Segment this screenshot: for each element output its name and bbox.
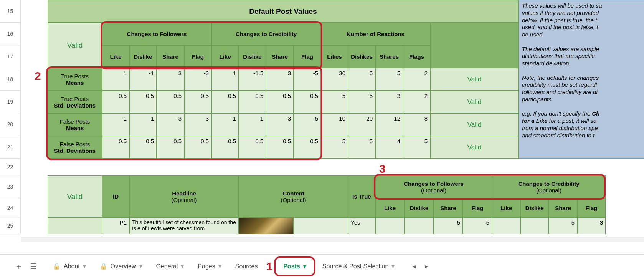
row-num[interactable]: 25 bbox=[0, 217, 21, 234]
valid-header-2: Valid bbox=[48, 175, 102, 217]
row25-id[interactable]: P1 bbox=[102, 217, 129, 234]
cell[interactable]: -1.5 bbox=[239, 68, 266, 91]
row25-f-like[interactable] bbox=[375, 217, 405, 234]
col-c-dislike: Dislike bbox=[239, 45, 266, 68]
t: distributions that are specifie bbox=[522, 53, 595, 59]
row25-istrue[interactable]: Yes bbox=[348, 217, 375, 234]
all-sheets-icon[interactable]: ☰ bbox=[30, 262, 37, 271]
cell[interactable]: -1 bbox=[211, 113, 239, 136]
row25-f-share[interactable]: 5 bbox=[434, 217, 463, 234]
lock-icon: 🔒 bbox=[100, 263, 107, 270]
cell[interactable]: 5 bbox=[348, 136, 375, 159]
cell[interactable]: 0.5 bbox=[102, 136, 129, 159]
cell[interactable]: 2 bbox=[403, 68, 430, 91]
cell[interactable]: 3 bbox=[375, 91, 403, 113]
cell[interactable]: 0.5 bbox=[129, 91, 157, 113]
row-num[interactable]: 21 bbox=[0, 136, 21, 159]
cell[interactable]: 5 bbox=[403, 136, 430, 159]
cell[interactable]: 0.5 bbox=[266, 91, 294, 113]
cell[interactable]: 0.5 bbox=[239, 136, 266, 159]
cell[interactable]: 1 bbox=[211, 68, 239, 91]
cell[interactable]: 3 bbox=[266, 68, 294, 91]
row25-f-dislike[interactable] bbox=[405, 217, 434, 234]
add-sheet-icon[interactable]: ＋ bbox=[15, 261, 23, 272]
cell[interactable]: 0.5 bbox=[294, 91, 321, 113]
row25-content-image[interactable] bbox=[239, 217, 294, 234]
cell[interactable]: 3 bbox=[184, 113, 211, 136]
row25-c-flag[interactable]: -3 bbox=[577, 217, 606, 234]
cell[interactable]: 0.5 bbox=[184, 136, 211, 159]
row25-content-blank[interactable] bbox=[294, 217, 348, 234]
cell[interactable]: 12 bbox=[375, 113, 403, 136]
row-num[interactable]: 18 bbox=[0, 68, 21, 91]
row25-c-like[interactable] bbox=[492, 217, 520, 234]
cell[interactable]: 0.5 bbox=[157, 136, 184, 159]
cell[interactable]: 5 bbox=[348, 68, 375, 91]
row-num[interactable]: 23 bbox=[0, 175, 21, 198]
cell[interactable]: 0.5 bbox=[294, 136, 321, 159]
cell[interactable]: 5 bbox=[375, 68, 403, 91]
row-valid: Valid bbox=[430, 136, 519, 159]
label: True Posts bbox=[61, 73, 89, 79]
cell[interactable]: 1 bbox=[129, 113, 157, 136]
cell[interactable]: 0.5 bbox=[211, 91, 239, 113]
col-content: Content (Optional) bbox=[239, 175, 348, 217]
row-true-posts-means: True Posts Means bbox=[48, 68, 102, 91]
cell[interactable]: 5 bbox=[321, 136, 348, 159]
cell[interactable]: -1 bbox=[129, 68, 157, 91]
cell[interactable]: 2 bbox=[403, 91, 430, 113]
cell[interactable]: 0.5 bbox=[102, 91, 129, 113]
cell[interactable]: 3 bbox=[157, 68, 184, 91]
cell[interactable]: 0.5 bbox=[266, 136, 294, 159]
row-num[interactable]: 20 bbox=[0, 113, 21, 136]
tab-general[interactable]: General ▾ bbox=[149, 259, 191, 274]
row25-c-share[interactable]: 5 bbox=[549, 217, 577, 234]
row-num[interactable]: 24 bbox=[0, 198, 21, 217]
cell[interactable]: -3 bbox=[266, 113, 294, 136]
tab-sources[interactable]: Sources bbox=[228, 259, 265, 274]
row25-headline[interactable]: This beautiful set of chessmen found on … bbox=[129, 217, 239, 234]
row-valid: Valid bbox=[430, 68, 519, 91]
cell[interactable]: 4 bbox=[375, 136, 403, 159]
cell[interactable]: 5 bbox=[294, 113, 321, 136]
cell[interactable]: 5 bbox=[321, 91, 348, 113]
help-note: These values will be used to sa values i… bbox=[519, 0, 644, 159]
dropdown-icon: ▾ bbox=[181, 263, 184, 270]
row25-f-flag[interactable]: -5 bbox=[463, 217, 492, 234]
tab-source-post-selection[interactable]: Source & Post Selection ▾ bbox=[315, 259, 402, 274]
cell[interactable]: 20 bbox=[348, 113, 375, 136]
col-c-flag: Flag bbox=[294, 45, 321, 68]
tab-pages[interactable]: Pages ▾ bbox=[191, 259, 228, 274]
cell[interactable]: 8 bbox=[403, 113, 430, 136]
cell[interactable]: -3 bbox=[157, 113, 184, 136]
cell[interactable]: 1 bbox=[239, 113, 266, 136]
horizontal-scroll-strip[interactable] bbox=[21, 237, 644, 242]
cell[interactable]: 1 bbox=[102, 68, 129, 91]
col-c-like: Like bbox=[211, 45, 239, 68]
cell[interactable]: 0.5 bbox=[184, 91, 211, 113]
row-num[interactable]: 15 bbox=[0, 0, 21, 23]
row25-c-dislike[interactable] bbox=[520, 217, 549, 234]
scroll-tabs-left-icon[interactable]: ◂ bbox=[410, 262, 418, 271]
cell[interactable]: -1 bbox=[102, 113, 129, 136]
t: from a normal distribution spe bbox=[522, 125, 598, 131]
tab-posts[interactable]: Posts ▾ bbox=[276, 259, 313, 274]
tab-overview[interactable]: 🔒 Overview ▾ bbox=[93, 259, 149, 274]
scroll-tabs-right-icon[interactable]: ▸ bbox=[422, 262, 431, 271]
row-num[interactable]: 17 bbox=[0, 45, 21, 68]
cell[interactable]: 0.5 bbox=[129, 136, 157, 159]
default-post-values-title: Default Post Values bbox=[48, 0, 519, 23]
cell[interactable]: 5 bbox=[348, 91, 375, 113]
cell[interactable]: -3 bbox=[184, 68, 211, 91]
label: Sources bbox=[235, 263, 258, 270]
cell[interactable]: 30 bbox=[321, 68, 348, 91]
row-num[interactable]: 19 bbox=[0, 91, 21, 113]
row-num[interactable]: 16 bbox=[0, 23, 21, 45]
row-num[interactable]: 22 bbox=[0, 159, 21, 175]
cell[interactable]: 10 bbox=[321, 113, 348, 136]
cell[interactable]: 0.5 bbox=[239, 91, 266, 113]
cell[interactable]: -5 bbox=[294, 68, 321, 91]
tab-about[interactable]: 🔒 About ▾ bbox=[46, 259, 93, 274]
cell[interactable]: 0.5 bbox=[157, 91, 184, 113]
cell[interactable]: 0.5 bbox=[211, 136, 239, 159]
